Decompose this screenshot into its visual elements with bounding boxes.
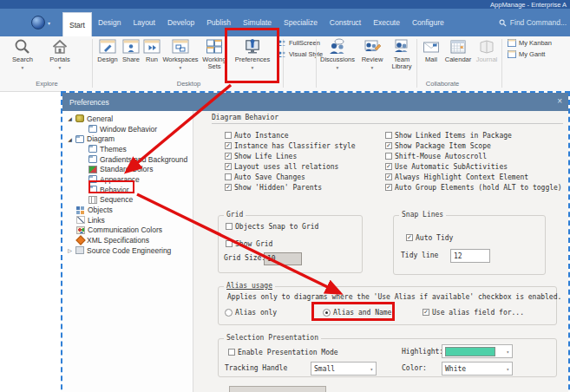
checkbox-layout-all-relations[interactable]: ✓Layout uses all relations [225,161,356,172]
app-menu-button[interactable]: ▾ [31,13,61,32]
tree-item-communication-colors[interactable]: Communication Colors [62,225,193,236]
checkbox-icon[interactable]: ✓ [385,142,392,149]
radio-alias-only[interactable]: Alias only [225,307,277,317]
radio-alias-and-name[interactable]: Alias and Name [323,307,391,317]
people-icon [278,39,286,47]
selection-color-dropdown[interactable]: White [442,362,513,376]
tab-construct[interactable]: Construct [324,9,367,36]
tree-item-behavior[interactable]: Behavior [62,185,193,195]
checkbox-icon[interactable] [226,223,233,230]
checkbox-icon[interactable]: ✓ [385,163,392,170]
checkbox-auto-group-elements[interactable]: ✓Auto Group Elements (hold ALT to toggle… [385,182,562,193]
checkbox-icon[interactable]: ✓ [385,184,392,191]
tab-develop[interactable]: Develop [161,9,200,36]
dialog-titlebar[interactable]: Preferences × [62,93,568,111]
checkbox-icon[interactable]: ✓ [225,153,232,160]
tab-simulate[interactable]: Simulate [237,9,278,36]
tree-item-links[interactable]: Links [62,215,193,225]
tree-item-sequence[interactable]: Sequence [62,195,193,206]
tree-item-source-code-engineering[interactable]: ▷Source Code Engineering [62,245,193,256]
checkbox-use-automatic-subactivities[interactable]: ✓Use Automatic SubActivities [385,161,562,172]
checkbox-use-alias-field[interactable]: ✓Use alias field for... [423,307,524,317]
journal-button[interactable]: Journal [474,38,500,64]
tree-item-label: Objects [88,206,113,214]
expander-icon[interactable]: ▷ [67,247,73,253]
checkbox-icon[interactable] [385,132,392,139]
checkbox-icon[interactable]: ✓ [423,309,429,316]
tree-item-standard-colors[interactable]: Standard Colors [62,164,193,174]
tab-specialize[interactable]: Specialize [278,9,324,36]
tab-design[interactable]: Design [92,9,127,36]
checkbox-auto-instance[interactable]: Auto Instance [225,130,356,140]
checkbox-icon[interactable]: ✓ [225,163,232,170]
snap-lines-groupbox [393,215,546,275]
tidy-line-input[interactable]: 12 [450,249,490,263]
checkbox-icon[interactable] [228,349,235,356]
my-kanban-button[interactable]: My Kanban [508,39,552,47]
checkbox-icon[interactable]: ✓ [225,184,232,191]
checkbox-instance-classifier-style[interactable]: ✓Instance has Classifier style [225,140,356,151]
checkbox-show-grid[interactable]: Show Grid [226,238,272,249]
checkbox-show-hidden-parents[interactable]: ✓Show 'Hidden' Parents [225,182,356,193]
checkbox-icon[interactable] [226,240,233,247]
checkbox-enable-presentation-mode[interactable]: Enable Presentation Mode [228,347,338,357]
checkbox-show-life-lines[interactable]: ✓Show Life Lines [225,151,356,161]
grid-size-input[interactable]: 10 [264,252,302,265]
tab-start[interactable]: Start [62,12,92,36]
tree-item-xml-specifications[interactable]: XML Specifications [62,235,193,245]
clipped-bottom-field[interactable] [229,386,326,392]
chevron-down-icon: ▾ [5,65,40,70]
tree-item-themes[interactable]: Themes [62,144,193,154]
design-button[interactable]: Design [95,38,120,64]
checkbox-show-package-item-scope[interactable]: ✓Show Package Item Scope [385,140,562,151]
checkbox-icon[interactable] [225,132,232,139]
checkbox-icon[interactable]: ✓ [385,173,392,180]
calendar-button[interactable]: Calendar [443,38,473,64]
tree-item-appearance[interactable]: Appearance [62,174,193,185]
discussions-button[interactable]: Discussions ▾ [319,38,356,70]
tab-execute[interactable]: Execute [367,9,406,36]
expander-icon[interactable]: ◢ [67,115,73,121]
checkbox-auto-save-changes[interactable]: Auto Save Changes [225,172,356,182]
checkbox-icon[interactable] [225,173,232,180]
review-button[interactable]: Review ▾ [357,38,388,70]
share-button[interactable]: Share [121,38,141,64]
mail-button[interactable]: Mail [420,38,442,64]
radio-selected-icon[interactable] [323,309,331,317]
tab-publish[interactable]: Publish [200,9,237,36]
tree-item-general[interactable]: ◢General [62,114,193,124]
tree-item-objects[interactable]: Objects [62,205,193,215]
tab-configure[interactable]: Configure [406,9,450,36]
my-gantt-button[interactable]: My Gantt [508,50,545,58]
expander-icon[interactable]: ◢ [67,136,73,142]
tracking-handle-dropdown[interactable]: Small [311,362,377,376]
checkbox-shift-mouse-autoscroll[interactable]: Shift-Mouse Autoscroll [385,151,562,161]
workspaces-window-icon [171,38,190,56]
portals-button[interactable]: Portals ▾ [42,38,78,70]
color-label: Color: [402,364,427,372]
tree-item-diagram[interactable]: ◢Diagram [62,134,193,144]
checkbox-auto-tidy[interactable]: ✓Auto Tidy [406,232,453,243]
checkbox-icon[interactable]: ✓ [225,142,232,149]
checkbox-icon[interactable] [385,153,392,160]
close-icon[interactable]: × [557,96,562,106]
working-sets-button[interactable]: Working Sets [200,38,228,70]
tree-item-window-behavior[interactable]: Window Behavior [62,124,193,134]
preferences-button[interactable]: Preferences ▾ [231,38,274,70]
workspaces-button[interactable]: Workspaces ▾ [161,38,200,70]
grid-group-title: Grid [224,211,246,219]
search-button[interactable]: Search ▾ [5,38,40,70]
checkbox-always-highlight-context[interactable]: ✓Always Highlight Context Element [385,172,562,182]
find-command-box[interactable]: Find Command... [499,9,567,36]
team-library-button[interactable]: Team Library [389,38,415,70]
checkbox-icon[interactable]: ✓ [406,234,413,241]
highlight-color-dropdown[interactable] [442,344,513,358]
checkbox-objects-snap-to-grid[interactable]: Objects Snap to Grid [226,221,318,232]
my-gantt-label: My Gantt [519,50,545,58]
tree-item-gradients-background[interactable]: Gradients and Background [62,154,193,165]
tab-layout[interactable]: Layout [127,9,161,36]
fullscreen-button[interactable]: FullScreen [278,39,320,47]
radio-icon[interactable] [225,309,233,317]
checkbox-show-linked-items[interactable]: Show Linked Items in Package [385,130,562,140]
run-button[interactable]: Run [142,38,161,64]
